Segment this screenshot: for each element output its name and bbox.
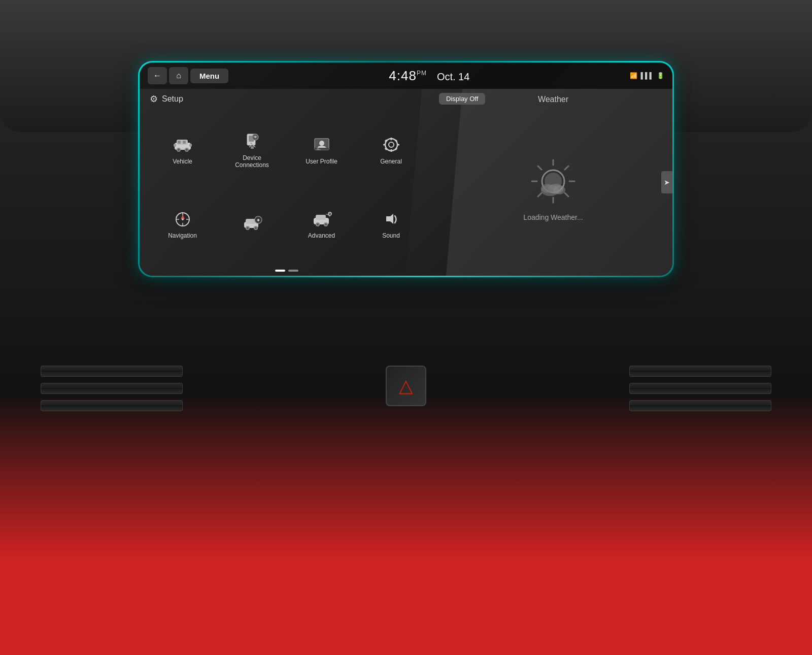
- svg-rect-15: [251, 146, 254, 149]
- left-vents: [41, 366, 183, 411]
- page-dot-1: [275, 270, 285, 272]
- home-button[interactable]: ⌂: [169, 67, 188, 84]
- home-icon: ⌂: [176, 71, 181, 80]
- screen-container: ← ⌂ Menu 4:48PM Oct. 14: [138, 61, 674, 277]
- user-profile-menu-item[interactable]: User Profile: [287, 113, 356, 187]
- svg-point-22: [389, 142, 394, 147]
- user-profile-icon: [312, 136, 332, 155]
- setup-bar: ⚙ Setup: [140, 89, 434, 109]
- svg-point-41: [247, 227, 249, 229]
- weather-loading-text: Loading Weather...: [523, 213, 583, 221]
- right-chevron-button[interactable]: ➤: [661, 171, 672, 193]
- vent-slot-4: [629, 366, 771, 377]
- chevron-right-icon: ➤: [664, 178, 670, 186]
- svg-point-65: [541, 184, 553, 193]
- svg-rect-38: [246, 219, 256, 224]
- vent-slot-5: [629, 383, 771, 394]
- vent-slot-1: [41, 366, 183, 377]
- page-dot-2: [288, 270, 298, 272]
- wifi-icon: 📶: [630, 72, 637, 79]
- page-indicator: [140, 270, 434, 276]
- time-value: 4:48: [389, 68, 417, 83]
- svg-point-4: [178, 149, 180, 151]
- device-icon: [242, 132, 262, 151]
- signal-icon: ▌▌▌: [640, 72, 654, 79]
- svg-rect-7: [189, 144, 192, 147]
- empty-slot: [217, 187, 287, 261]
- sound-menu-item[interactable]: Sound: [356, 187, 426, 261]
- vehicle-menu-item[interactable]: Vehicle: [148, 113, 217, 187]
- nav-buttons: ← ⌂ Menu: [148, 67, 228, 84]
- svg-rect-29: [384, 147, 387, 150]
- back-icon: ←: [153, 71, 161, 80]
- general-menu-item[interactable]: General: [356, 113, 426, 187]
- weather-section: Weather: [434, 89, 672, 276]
- svg-rect-45: [316, 215, 326, 220]
- time-date-display: 4:48PM Oct. 14: [389, 68, 469, 84]
- right-vents: [629, 366, 771, 411]
- svg-point-5: [186, 149, 188, 151]
- time-display: 4:48PM: [389, 68, 427, 84]
- setup-gear-icon: ⚙: [150, 93, 158, 105]
- svg-line-57: [538, 166, 542, 170]
- advanced-label: Advanced: [308, 232, 335, 239]
- status-icons: 📶 ▌▌▌ 🔋: [630, 72, 664, 79]
- top-bar: ← ⌂ Menu 4:48PM Oct. 14: [140, 62, 672, 89]
- menu-button[interactable]: Menu: [190, 69, 228, 83]
- car-surround: ← ⌂ Menu 4:48PM Oct. 14: [0, 0, 812, 655]
- svg-marker-51: [386, 214, 393, 224]
- svg-rect-8: [178, 141, 181, 144]
- left-panel: ⚙ Setup: [140, 89, 434, 276]
- svg-rect-9: [183, 141, 186, 144]
- main-content: ⚙ Setup: [140, 89, 672, 276]
- display-off-button[interactable]: Display Off: [439, 93, 485, 105]
- svg-rect-6: [174, 144, 176, 147]
- navigation-label: Navigation: [168, 232, 197, 239]
- svg-point-42: [255, 227, 257, 229]
- sun-weather-icon: [528, 156, 579, 207]
- sound-icon: [381, 210, 401, 229]
- battery-icon: 🔋: [657, 72, 664, 79]
- svg-point-17: [319, 141, 324, 146]
- vehicle-settings-icon: [242, 215, 262, 234]
- svg-point-66: [553, 185, 565, 194]
- svg-rect-12: [250, 143, 252, 144]
- center-controls: △: [386, 366, 426, 406]
- advanced-icon: [312, 210, 332, 229]
- right-panel: Display Off Weather: [434, 89, 672, 276]
- device-connections-label: DeviceConnections: [235, 154, 269, 169]
- user-profile-label: User Profile: [306, 158, 337, 165]
- back-button[interactable]: ←: [148, 67, 167, 84]
- svg-line-60: [538, 193, 542, 196]
- svg-point-48: [317, 223, 319, 225]
- sound-label: Sound: [382, 232, 400, 239]
- infotainment-screen: ← ⌂ Menu 4:48PM Oct. 14: [140, 62, 672, 276]
- svg-point-14: [254, 136, 256, 138]
- navigation-menu-item[interactable]: Navigation: [148, 187, 217, 261]
- svg-line-59: [565, 166, 568, 170]
- general-label: General: [380, 158, 402, 165]
- setup-label: Setup: [162, 94, 183, 104]
- device-connections-menu-item[interactable]: DeviceConnections: [217, 113, 287, 187]
- screen-border: ← ⌂ Menu 4:48PM Oct. 14: [138, 61, 674, 277]
- vent-slot-3: [41, 400, 183, 411]
- menu-grid: Vehicle: [140, 109, 434, 270]
- vehicle-icon: [173, 136, 193, 155]
- vehicle-label: Vehicle: [173, 158, 192, 165]
- svg-rect-24: [390, 149, 392, 152]
- hazard-button[interactable]: △: [386, 366, 426, 406]
- general-icon: [381, 136, 401, 155]
- svg-line-58: [565, 193, 568, 196]
- weather-icon-container: [525, 153, 581, 209]
- svg-rect-26: [397, 144, 399, 145]
- svg-rect-25: [383, 144, 386, 145]
- svg-rect-23: [390, 138, 392, 140]
- advanced-menu-item[interactable]: Advanced: [287, 187, 356, 261]
- svg-point-49: [325, 223, 327, 225]
- vent-area: △: [0, 355, 812, 421]
- vent-slot-6: [629, 400, 771, 411]
- vent-slot-2: [41, 383, 183, 394]
- hazard-triangle-icon: △: [399, 375, 413, 397]
- ampm-value: PM: [417, 70, 427, 77]
- date-display: Oct. 14: [437, 71, 469, 83]
